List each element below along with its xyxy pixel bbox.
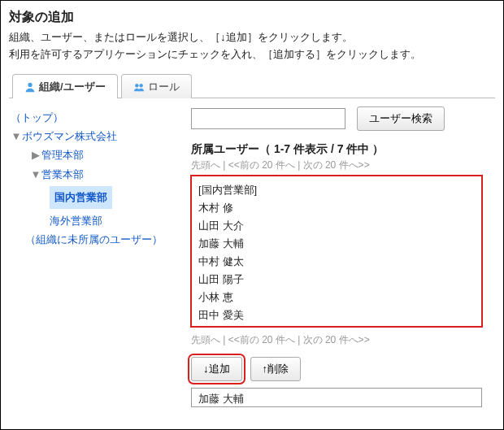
tree-unassigned[interactable]: （組織に未所属のユーザー）	[25, 230, 163, 249]
remove-button[interactable]: ↑削除	[250, 357, 302, 381]
search-button[interactable]: ユーザー検索	[357, 106, 445, 131]
list-item[interactable]: 小林 恵	[198, 289, 475, 306]
user-icon	[24, 81, 36, 93]
pager-bottom: 先頭へ | <<前の 20 件へ | 次の 20 件へ>>	[191, 333, 495, 347]
add-button[interactable]: ↓追加	[191, 357, 242, 381]
expand-icon[interactable]: ▶	[30, 146, 41, 164]
collapse-icon[interactable]: ▼	[30, 165, 41, 184]
svg-point-1	[135, 84, 138, 87]
page-title: 対象の追加	[9, 9, 495, 26]
tab-bar: 組織/ユーザー ロール	[9, 73, 495, 98]
svg-point-2	[139, 84, 142, 87]
tree-top[interactable]: （トップ）	[11, 108, 63, 127]
user-list-heading: 所属ユーザー（ 1-7 件表示 / 7 件中 ）	[191, 142, 495, 157]
list-item[interactable]: [国内営業部]	[198, 181, 475, 199]
list-item[interactable]: 山田 大介	[198, 217, 475, 235]
svg-point-0	[28, 82, 32, 86]
search-input[interactable]	[191, 108, 345, 129]
tab-org-user[interactable]: 組織/ユーザー	[12, 74, 118, 98]
tree-admin[interactable]: 管理本部	[41, 146, 84, 164]
org-tree: （トップ） ▼ボウズマン株式会社 ▶管理本部 ▼営業本部 国内営業部 海外営業部…	[9, 103, 180, 407]
list-item[interactable]: 中村 健太	[198, 253, 475, 271]
dialog-add-target: 対象の追加 組織、ユーザー、またはロールを選択し、［↓追加］をクリックします。 …	[0, 0, 504, 430]
tab-role[interactable]: ロール	[121, 74, 192, 98]
tree-domestic-selected[interactable]: 国内営業部	[50, 186, 112, 208]
added-listbox[interactable]: 加藤 大輔	[191, 388, 482, 407]
collapse-icon[interactable]: ▼	[11, 127, 22, 146]
tab-org-user-label: 組織/ユーザー	[39, 80, 106, 94]
list-item[interactable]: 田中 愛美	[198, 306, 475, 324]
tab-role-label: ロール	[148, 80, 180, 94]
page-description: 組織、ユーザー、またはロールを選択し、［↓追加］をクリックします。 利用を許可す…	[9, 29, 495, 63]
tree-overseas[interactable]: 海外営業部	[50, 211, 102, 230]
list-item[interactable]: 木村 修	[198, 199, 475, 217]
pager-top: 先頭へ | <<前の 20 件へ | 次の 20 件へ>>	[191, 159, 495, 172]
group-icon	[133, 81, 145, 93]
list-item[interactable]: 加藤 大輔	[198, 235, 475, 253]
tree-company[interactable]: ボウズマン株式会社	[22, 127, 117, 146]
tree-sales[interactable]: 営業本部	[41, 165, 84, 184]
list-item[interactable]: 加藤 大輔	[198, 392, 475, 406]
list-item[interactable]: 山田 陽子	[198, 271, 475, 289]
user-listbox[interactable]: [国内営業部] 木村 修 山田 大介 加藤 大輔 中村 健太 山田 陽子 小林 …	[191, 176, 482, 327]
